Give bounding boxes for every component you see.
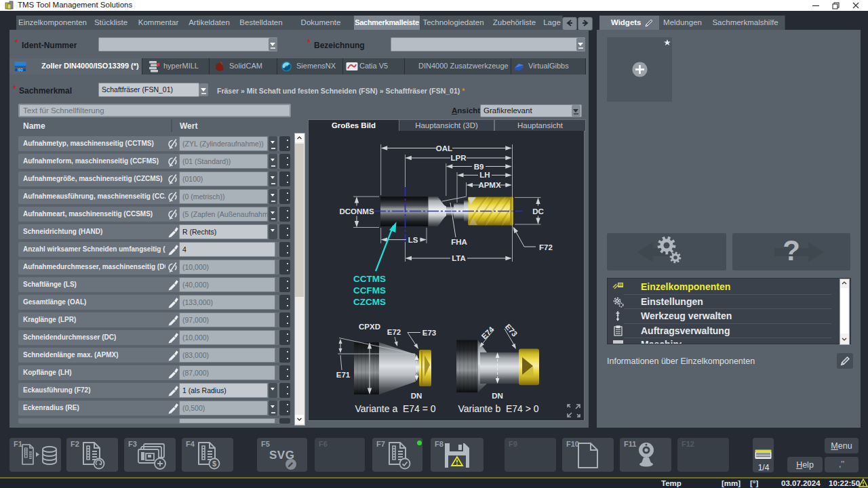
svg-text:DN: DN (492, 392, 503, 400)
svg-text:E74: E74 (480, 325, 496, 340)
svg-text:DCONMS: DCONMS (339, 207, 374, 216)
svg-text:CCFMS: CCFMS (353, 285, 386, 296)
svg-text:F72: F72 (539, 243, 553, 251)
svg-text:DN: DN (411, 392, 422, 400)
svg-text:?: ? (783, 235, 800, 266)
svg-text:LTA: LTA (452, 254, 466, 262)
svg-text:$: $ (212, 460, 216, 468)
svg-text:LS: LS (408, 236, 418, 244)
svg-text:APMX: APMX (478, 181, 501, 189)
svg-text:LPR: LPR (451, 154, 467, 162)
svg-text:E71: E71 (336, 371, 351, 379)
svg-text:E73: E73 (504, 323, 519, 338)
svg-text:ISO: ISO (18, 68, 23, 72)
svg-text:Variante a E74 = 0: Variante a E74 = 0 (355, 403, 435, 414)
svg-text:LH: LH (479, 171, 490, 179)
svg-text:OAL: OAL (436, 144, 452, 152)
svg-text:E73: E73 (422, 329, 436, 337)
svg-text:Variante b E74 > 0: Variante b E74 > 0 (458, 403, 538, 414)
svg-text:B9: B9 (474, 163, 484, 171)
svg-text:E72: E72 (387, 328, 401, 336)
svg-text:CZCMS: CZCMS (353, 297, 386, 307)
svg-text:CPXD: CPXD (359, 323, 380, 331)
svg-text:CCTMS: CCTMS (353, 274, 386, 284)
svg-text:FHA: FHA (451, 238, 467, 246)
svg-text:DC: DC (532, 207, 544, 216)
